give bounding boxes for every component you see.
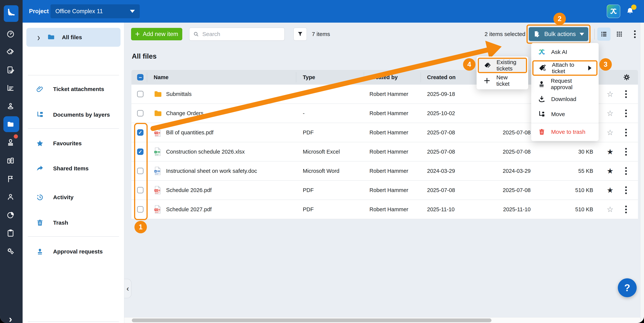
row-menu-button[interactable] <box>625 123 627 142</box>
sidebar-item-approval-requests[interactable]: Approval requests <box>26 243 120 260</box>
row-checkbox[interactable] <box>137 168 144 174</box>
menu-item-download[interactable]: Download <box>531 92 598 107</box>
filter-button[interactable] <box>294 28 307 41</box>
menu-item-move-to-trash[interactable]: Move to trash <box>531 124 598 139</box>
sidebar-item-activity[interactable]: Activity <box>26 189 120 206</box>
favourite-star-toggle[interactable] <box>606 167 614 175</box>
search-box[interactable] <box>189 28 285 41</box>
list-view-button[interactable] <box>597 28 610 41</box>
file-name[interactable]: Submittals <box>166 85 192 104</box>
rail-expand-chevron[interactable]: › <box>0 310 21 323</box>
file-type: PDF <box>303 123 314 142</box>
file-name[interactable]: Instructional sheet on work safety.doc <box>166 162 257 180</box>
file-size: 510 KB <box>552 181 593 200</box>
table-row[interactable]: W Instructional sheet on work safety.doc… <box>132 162 638 181</box>
project-selector[interactable]: Office Complex 11 <box>50 4 140 18</box>
help-button[interactable]: ? <box>618 278 637 297</box>
file-name[interactable]: Schedule 2027.pdf <box>166 200 212 219</box>
file-name[interactable]: Bill of quantities.pdf <box>166 123 213 142</box>
grid-view-icon <box>616 31 623 38</box>
horizontal-scrollbar[interactable] <box>124 317 640 323</box>
favourite-star-toggle[interactable] <box>606 109 614 118</box>
ask-ai-topbar-button[interactable] <box>607 5 620 18</box>
file-name[interactable]: Schedule 2026.pdf <box>166 181 212 200</box>
favourite-star-toggle[interactable] <box>606 90 614 98</box>
row-checkbox[interactable] <box>137 91 144 97</box>
download-icon <box>538 95 546 103</box>
rail-item-approvals[interactable] <box>0 134 21 151</box>
favourite-star-toggle[interactable] <box>606 186 614 194</box>
table-settings-button[interactable] <box>623 70 630 85</box>
rail-item-punch-list[interactable] <box>0 170 21 187</box>
column-header-created-on[interactable]: Created on <box>427 70 456 85</box>
column-header-type[interactable]: Type <box>303 70 315 85</box>
table-row[interactable]: PDF Schedule 2026.pdf PDF Robert Hammer … <box>132 181 638 200</box>
notifications-button[interactable] <box>623 5 637 18</box>
app-logo[interactable] <box>4 5 18 22</box>
rail-item-analytics[interactable] <box>0 207 21 223</box>
submenu-item-new-ticket[interactable]: New ticket <box>476 73 528 88</box>
rail-item-specifications[interactable] <box>0 152 21 169</box>
rail-item-files[interactable] <box>0 116 21 133</box>
sidebar-item-trash[interactable]: Trash <box>26 214 120 231</box>
menu-item-attach-to-ticket[interactable]: Attach to ticket <box>532 60 598 76</box>
rail-item-site-team[interactable] <box>0 98 21 115</box>
sidebar-item-label: Approval requests <box>53 248 103 255</box>
menu-item-label: Move <box>551 111 565 117</box>
column-header-name[interactable]: Name <box>154 70 168 85</box>
submenu-item-existing-tickets[interactable]: Existing tickets <box>478 58 527 73</box>
row-menu-button[interactable] <box>625 85 627 104</box>
favourite-star-toggle[interactable] <box>606 147 614 156</box>
add-new-item-button[interactable]: + Add new item <box>131 28 182 40</box>
file-name[interactable]: Construction schedule 2026.xlsx <box>166 142 245 161</box>
rail-item-tasks[interactable] <box>0 225 21 242</box>
menu-item-ask-ai[interactable]: Ask AI <box>531 45 598 60</box>
user-location-icon <box>6 102 15 110</box>
rail-item-dashboard[interactable] <box>0 26 21 43</box>
grid-view-button[interactable] <box>613 28 626 41</box>
row-checkbox[interactable] <box>137 110 144 116</box>
table-row[interactable]: X Construction schedule 2026.xlsx Micros… <box>132 142 638 162</box>
row-checkbox[interactable] <box>137 149 144 155</box>
row-menu-button[interactable] <box>625 104 627 123</box>
row-checkbox[interactable] <box>137 206 144 213</box>
menu-item-label: Request approval <box>551 78 592 91</box>
row-menu-button[interactable] <box>625 162 627 180</box>
horizontal-scrollbar-thumb[interactable] <box>132 318 492 322</box>
search-input[interactable] <box>202 31 280 37</box>
row-menu-button[interactable] <box>625 181 627 200</box>
table-row[interactable]: PDF Schedule 2027.pdf PDF Robert Hammer … <box>132 200 638 219</box>
menu-item-request-approval[interactable]: Request approval <box>531 77 598 92</box>
rail-item-tags[interactable] <box>0 44 21 61</box>
sidebar-item-documents-by-layers[interactable]: Documents by layers <box>26 106 120 123</box>
rail-item-forms[interactable] <box>0 62 21 78</box>
row-menu-button[interactable] <box>625 200 627 219</box>
sidebar-item-all-files[interactable]: › All files <box>26 28 120 47</box>
select-all-checkbox[interactable] <box>137 74 144 81</box>
sidebar-item-shared-items[interactable]: Shared Items <box>26 160 120 177</box>
more-options-button[interactable] <box>630 28 640 41</box>
row-menu-button[interactable] <box>625 142 627 161</box>
expand-chevron-icon[interactable]: › <box>37 32 40 43</box>
file-size: 30 KB <box>552 142 593 161</box>
sidebar-item-settings[interactable]: Settings <box>26 321 120 323</box>
sidebar-item-favourites[interactable]: Favourites <box>26 135 120 152</box>
rail-item-people[interactable] <box>0 188 21 205</box>
created-on: 2025-09-18 <box>427 85 455 104</box>
sidebar-item-ticket-attachments[interactable]: Ticket attachments <box>26 81 120 98</box>
file-name[interactable]: Change Orders <box>166 104 203 123</box>
rail-item-reports[interactable] <box>0 80 21 97</box>
vertical-scrollbar[interactable] <box>640 23 644 323</box>
bulk-actions-button[interactable]: Bulk actions <box>529 27 588 41</box>
column-header-created-by[interactable]: Created by <box>370 70 398 85</box>
row-checkbox[interactable] <box>137 187 144 193</box>
row-checkbox[interactable] <box>137 129 144 136</box>
favourite-star-toggle[interactable] <box>606 205 614 214</box>
sidebar-collapse-handle[interactable]: ‹ <box>124 279 132 298</box>
toolbar-divider <box>594 29 595 40</box>
star-icon <box>36 139 44 147</box>
rail-item-admin-settings[interactable] <box>0 243 21 260</box>
favourite-star-toggle[interactable] <box>606 128 614 137</box>
menu-item-move[interactable]: Move <box>531 107 598 122</box>
sidebar-item-label: Documents by layers <box>53 112 110 118</box>
